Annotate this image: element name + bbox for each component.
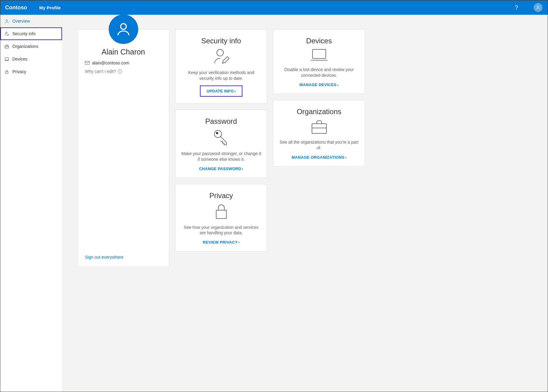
briefcase-icon — [4, 44, 9, 49]
card-title: Password — [205, 117, 237, 126]
sidebar-item-label: Security info — [12, 31, 36, 36]
svg-point-2 — [5, 32, 7, 34]
svg-rect-11 — [216, 210, 226, 219]
svg-point-8 — [217, 49, 223, 56]
person-icon — [115, 21, 132, 37]
page-title: My Profile — [39, 5, 61, 10]
security-info-card: Security info Keep your verification met… — [175, 29, 267, 104]
chevron-right-icon: › — [242, 166, 243, 171]
manage-devices-button[interactable]: MANAGE DEVICES › — [300, 82, 338, 87]
password-card: Password Make your password stronger, or… — [175, 110, 267, 178]
privacy-card: Privacy See how your organization and se… — [175, 184, 267, 252]
chevron-right-icon: › — [234, 89, 236, 93]
organizations-card: Organizations See all the organizations … — [273, 100, 365, 166]
briefcase-icon — [310, 119, 328, 136]
svg-point-1 — [6, 19, 8, 21]
profile-name: Alain Charon — [101, 48, 145, 56]
svg-point-6 — [120, 24, 126, 30]
sidebar-item-organizations[interactable]: Organizations — [0, 40, 62, 53]
person-edit-icon — [212, 48, 230, 66]
card-description: Make your password stronger, or change i… — [181, 151, 261, 162]
profile-email-row: alain@contoso.com — [85, 61, 129, 65]
card-title: Security info — [201, 37, 241, 45]
svg-point-10 — [216, 132, 218, 134]
card-title: Privacy — [209, 191, 233, 200]
profile-avatar — [109, 15, 138, 44]
sidebar-item-security-info[interactable]: Security info — [0, 27, 62, 40]
lock-icon — [214, 203, 229, 221]
person-icon — [4, 18, 9, 24]
laptop-icon — [310, 48, 329, 63]
manage-organizations-button[interactable]: MANAGE ORGANIZATIONS › — [291, 155, 346, 160]
card-title: Devices — [306, 37, 332, 45]
card-description: Disable a lost device and review your co… — [279, 67, 359, 78]
sidebar-item-privacy[interactable]: Privacy — [0, 65, 62, 78]
svg-rect-3 — [5, 45, 9, 48]
svg-point-0 — [537, 6, 539, 8]
sidebar-item-label: Devices — [12, 57, 27, 61]
profile-email: alain@contoso.com — [92, 61, 129, 65]
change-password-button[interactable]: CHANGE PASSWORD › — [199, 166, 243, 171]
svg-rect-13 — [312, 124, 326, 133]
main-content: Alain Charon alain@contoso.com Why can't… — [62, 15, 548, 392]
update-info-button[interactable]: UPDATE INFO › — [200, 86, 242, 97]
svg-rect-7 — [85, 61, 90, 65]
info-icon: i — [118, 69, 122, 73]
profile-card: Alain Charon alain@contoso.com Why can't… — [77, 29, 169, 267]
svg-rect-4 — [5, 58, 8, 60]
app-header: Contoso My Profile ? — [0, 0, 548, 15]
devices-card: Devices Disable a lost device and review… — [273, 29, 365, 94]
person-edit-icon — [4, 31, 9, 36]
account-avatar-button[interactable] — [533, 3, 543, 12]
sidebar-item-label: Organizations — [12, 44, 38, 49]
laptop-icon — [4, 56, 9, 62]
svg-rect-5 — [5, 71, 8, 73]
key-icon — [213, 129, 230, 147]
card-description: See all the organizations that you're a … — [279, 139, 359, 151]
sidebar-nav: Overview Security info Organizations Dev… — [0, 15, 62, 392]
chevron-right-icon: › — [238, 240, 240, 244]
help-icon[interactable]: ? — [512, 3, 521, 12]
card-title: Organizations — [297, 107, 341, 116]
svg-rect-12 — [313, 49, 326, 58]
mail-icon — [85, 61, 90, 65]
brand-name: Contoso — [5, 5, 27, 11]
chevron-right-icon: › — [345, 155, 347, 160]
sidebar-item-devices[interactable]: Devices — [0, 53, 62, 65]
card-description: See how your organization and services a… — [181, 225, 261, 236]
sign-out-everywhere-link[interactable]: Sign out everywhere — [85, 255, 123, 260]
chevron-right-icon: › — [337, 82, 339, 87]
why-cant-i-edit-link[interactable]: Why can't I edit? i — [85, 69, 122, 74]
lock-icon — [4, 69, 9, 74]
card-description: Keep your verification methods and secur… — [181, 70, 261, 81]
person-icon — [535, 5, 541, 10]
sidebar-item-label: Privacy — [12, 69, 26, 74]
sidebar-item-overview[interactable]: Overview — [0, 15, 62, 27]
review-privacy-button[interactable]: REVIEW PRIVACY › — [203, 240, 240, 244]
sidebar-item-label: Overview — [12, 19, 30, 23]
